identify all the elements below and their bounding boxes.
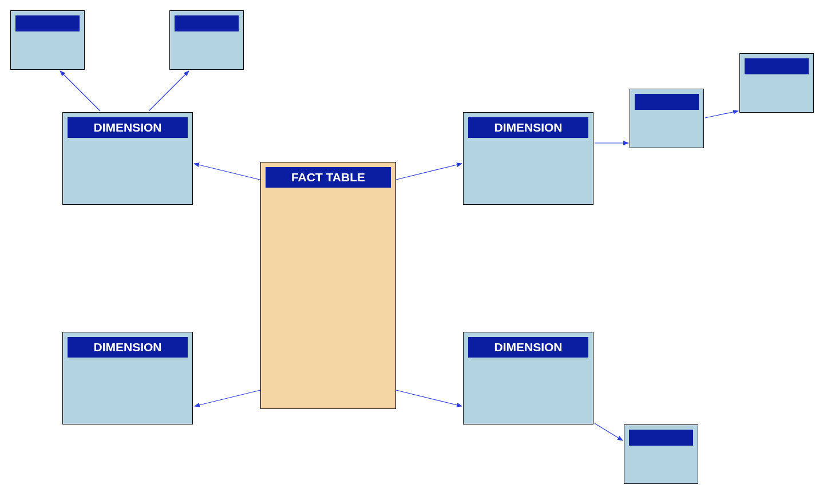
arrow [705, 111, 738, 118]
dimension-header: DIMENSION [468, 337, 588, 358]
sub-box [739, 53, 814, 113]
sub-box-header [635, 94, 699, 110]
sub-box-header [15, 15, 80, 31]
sub-box [169, 10, 244, 70]
dimension-header: DIMENSION [68, 117, 188, 138]
arrow [60, 71, 100, 111]
dimension-box-top-right: DIMENSION [463, 112, 593, 205]
dimension-header: DIMENSION [468, 117, 588, 138]
arrow [391, 389, 462, 406]
sub-box-header [745, 58, 809, 74]
dimension-box-top-left: DIMENSION [62, 112, 193, 205]
fact-table-box: FACT TABLE [260, 162, 396, 409]
arrow [149, 71, 189, 111]
arrow [194, 164, 264, 181]
sub-box-header [629, 430, 693, 446]
fact-table-header: FACT TABLE [266, 167, 391, 188]
sub-box [10, 10, 85, 70]
arrow [195, 389, 265, 406]
arrow [391, 164, 462, 181]
dimension-box-bottom-right: DIMENSION [463, 332, 593, 424]
sub-box [630, 89, 704, 148]
sub-box-header [175, 15, 239, 31]
sub-box [624, 424, 698, 484]
dimension-box-bottom-left: DIMENSION [62, 332, 193, 424]
arrow [595, 423, 623, 440]
dimension-header: DIMENSION [68, 337, 188, 358]
arrow-layer [0, 0, 835, 504]
